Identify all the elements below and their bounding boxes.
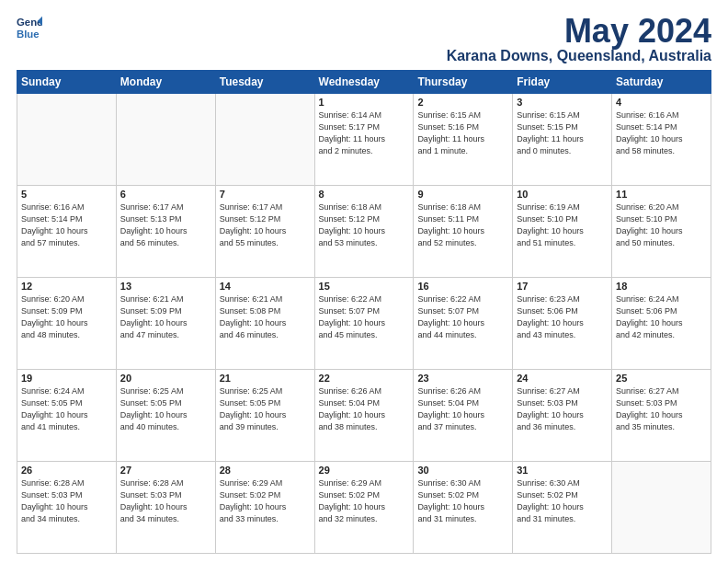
day-number: 6 xyxy=(120,189,211,200)
day-number: 17 xyxy=(517,281,608,292)
day-info: Sunrise: 6:25 AM Sunset: 5:05 PM Dayligh… xyxy=(120,385,211,433)
table-row: 7Sunrise: 6:17 AM Sunset: 5:12 PM Daylig… xyxy=(215,186,314,278)
day-number: 19 xyxy=(21,373,112,384)
day-info: Sunrise: 6:26 AM Sunset: 5:04 PM Dayligh… xyxy=(417,385,508,433)
day-info: Sunrise: 6:16 AM Sunset: 5:14 PM Dayligh… xyxy=(21,201,112,249)
table-row: 23Sunrise: 6:26 AM Sunset: 5:04 PM Dayli… xyxy=(414,370,513,462)
day-info: Sunrise: 6:20 AM Sunset: 5:10 PM Dayligh… xyxy=(616,201,707,249)
day-info: Sunrise: 6:24 AM Sunset: 5:05 PM Dayligh… xyxy=(21,385,112,433)
day-info: Sunrise: 6:29 AM Sunset: 5:02 PM Dayligh… xyxy=(220,477,311,525)
table-row: 30Sunrise: 6:30 AM Sunset: 5:02 PM Dayli… xyxy=(414,462,513,554)
table-row: 5Sunrise: 6:16 AM Sunset: 5:14 PM Daylig… xyxy=(17,186,117,278)
day-number: 12 xyxy=(21,281,112,292)
day-number: 28 xyxy=(220,465,311,476)
title-block: May 2024 Karana Downs, Queensland, Austr… xyxy=(447,15,711,64)
logo: General Blue xyxy=(17,15,42,40)
table-row: 13Sunrise: 6:21 AM Sunset: 5:09 PM Dayli… xyxy=(116,278,215,370)
day-info: Sunrise: 6:19 AM Sunset: 5:10 PM Dayligh… xyxy=(517,201,608,249)
day-number: 7 xyxy=(220,189,311,200)
col-thursday: Thursday xyxy=(414,71,513,94)
day-number: 11 xyxy=(616,189,707,200)
table-row xyxy=(215,94,314,186)
table-row: 4Sunrise: 6:16 AM Sunset: 5:14 PM Daylig… xyxy=(612,94,711,186)
day-number: 4 xyxy=(616,97,707,108)
day-info: Sunrise: 6:22 AM Sunset: 5:07 PM Dayligh… xyxy=(319,293,410,341)
day-info: Sunrise: 6:30 AM Sunset: 5:02 PM Dayligh… xyxy=(417,477,508,525)
table-row: 14Sunrise: 6:21 AM Sunset: 5:08 PM Dayli… xyxy=(215,278,314,370)
day-number: 27 xyxy=(120,465,211,476)
day-info: Sunrise: 6:21 AM Sunset: 5:08 PM Dayligh… xyxy=(220,293,311,341)
day-info: Sunrise: 6:16 AM Sunset: 5:14 PM Dayligh… xyxy=(616,109,707,157)
table-row xyxy=(612,462,711,554)
calendar-header-row: Sunday Monday Tuesday Wednesday Thursday… xyxy=(17,71,711,94)
day-number: 9 xyxy=(417,189,508,200)
day-number: 24 xyxy=(517,373,608,384)
day-info: Sunrise: 6:15 AM Sunset: 5:15 PM Dayligh… xyxy=(517,109,608,157)
day-info: Sunrise: 6:24 AM Sunset: 5:06 PM Dayligh… xyxy=(616,293,707,341)
table-row: 1Sunrise: 6:14 AM Sunset: 5:17 PM Daylig… xyxy=(314,94,414,186)
table-row: 21Sunrise: 6:25 AM Sunset: 5:05 PM Dayli… xyxy=(215,370,314,462)
day-number: 3 xyxy=(517,97,608,108)
table-row: 6Sunrise: 6:17 AM Sunset: 5:13 PM Daylig… xyxy=(116,186,215,278)
day-number: 15 xyxy=(319,281,410,292)
day-info: Sunrise: 6:28 AM Sunset: 5:03 PM Dayligh… xyxy=(21,477,112,525)
day-number: 10 xyxy=(517,189,608,200)
col-tuesday: Tuesday xyxy=(215,71,314,94)
day-number: 8 xyxy=(319,189,410,200)
day-info: Sunrise: 6:27 AM Sunset: 5:03 PM Dayligh… xyxy=(517,385,608,433)
day-number: 23 xyxy=(417,373,508,384)
table-row: 9Sunrise: 6:18 AM Sunset: 5:11 PM Daylig… xyxy=(414,186,513,278)
logo-icon: General Blue xyxy=(17,15,42,40)
table-row: 11Sunrise: 6:20 AM Sunset: 5:10 PM Dayli… xyxy=(612,186,711,278)
col-sunday: Sunday xyxy=(17,71,117,94)
day-info: Sunrise: 6:27 AM Sunset: 5:03 PM Dayligh… xyxy=(616,385,707,433)
day-info: Sunrise: 6:18 AM Sunset: 5:11 PM Dayligh… xyxy=(417,201,508,249)
day-number: 25 xyxy=(616,373,707,384)
month-title: May 2024 xyxy=(447,15,711,48)
day-info: Sunrise: 6:30 AM Sunset: 5:02 PM Dayligh… xyxy=(517,477,608,525)
day-number: 29 xyxy=(319,465,410,476)
day-info: Sunrise: 6:17 AM Sunset: 5:13 PM Dayligh… xyxy=(120,201,211,249)
table-row: 29Sunrise: 6:29 AM Sunset: 5:02 PM Dayli… xyxy=(314,462,414,554)
table-row: 8Sunrise: 6:18 AM Sunset: 5:12 PM Daylig… xyxy=(314,186,414,278)
day-info: Sunrise: 6:25 AM Sunset: 5:05 PM Dayligh… xyxy=(220,385,311,433)
day-info: Sunrise: 6:17 AM Sunset: 5:12 PM Dayligh… xyxy=(220,201,311,249)
location-title: Karana Downs, Queensland, Australia xyxy=(447,48,711,64)
table-row: 2Sunrise: 6:15 AM Sunset: 5:16 PM Daylig… xyxy=(414,94,513,186)
table-row: 31Sunrise: 6:30 AM Sunset: 5:02 PM Dayli… xyxy=(513,462,612,554)
table-row: 17Sunrise: 6:23 AM Sunset: 5:06 PM Dayli… xyxy=(513,278,612,370)
col-wednesday: Wednesday xyxy=(314,71,414,94)
calendar-week-row: 26Sunrise: 6:28 AM Sunset: 5:03 PM Dayli… xyxy=(17,462,711,554)
day-info: Sunrise: 6:29 AM Sunset: 5:02 PM Dayligh… xyxy=(319,477,410,525)
day-info: Sunrise: 6:18 AM Sunset: 5:12 PM Dayligh… xyxy=(319,201,410,249)
table-row: 25Sunrise: 6:27 AM Sunset: 5:03 PM Dayli… xyxy=(612,370,711,462)
table-row xyxy=(17,94,117,186)
day-number: 18 xyxy=(616,281,707,292)
col-saturday: Saturday xyxy=(612,71,711,94)
header: General Blue May 2024 Karana Downs, Quee… xyxy=(17,15,711,64)
day-number: 5 xyxy=(21,189,112,200)
table-row: 10Sunrise: 6:19 AM Sunset: 5:10 PM Dayli… xyxy=(513,186,612,278)
day-number: 1 xyxy=(319,97,410,108)
table-row: 12Sunrise: 6:20 AM Sunset: 5:09 PM Dayli… xyxy=(17,278,117,370)
day-info: Sunrise: 6:21 AM Sunset: 5:09 PM Dayligh… xyxy=(120,293,211,341)
table-row: 22Sunrise: 6:26 AM Sunset: 5:04 PM Dayli… xyxy=(314,370,414,462)
col-monday: Monday xyxy=(116,71,215,94)
day-number: 22 xyxy=(319,373,410,384)
day-number: 30 xyxy=(417,465,508,476)
table-row: 19Sunrise: 6:24 AM Sunset: 5:05 PM Dayli… xyxy=(17,370,117,462)
day-number: 21 xyxy=(220,373,311,384)
table-row: 28Sunrise: 6:29 AM Sunset: 5:02 PM Dayli… xyxy=(215,462,314,554)
day-info: Sunrise: 6:15 AM Sunset: 5:16 PM Dayligh… xyxy=(417,109,508,157)
table-row: 20Sunrise: 6:25 AM Sunset: 5:05 PM Dayli… xyxy=(116,370,215,462)
page: General Blue May 2024 Karana Downs, Quee… xyxy=(0,0,728,563)
table-row: 3Sunrise: 6:15 AM Sunset: 5:15 PM Daylig… xyxy=(513,94,612,186)
calendar-week-row: 1Sunrise: 6:14 AM Sunset: 5:17 PM Daylig… xyxy=(17,94,711,186)
day-number: 13 xyxy=(120,281,211,292)
svg-text:Blue: Blue xyxy=(17,29,40,40)
day-number: 14 xyxy=(220,281,311,292)
table-row: 26Sunrise: 6:28 AM Sunset: 5:03 PM Dayli… xyxy=(17,462,117,554)
col-friday: Friday xyxy=(513,71,612,94)
calendar-week-row: 5Sunrise: 6:16 AM Sunset: 5:14 PM Daylig… xyxy=(17,186,711,278)
day-info: Sunrise: 6:26 AM Sunset: 5:04 PM Dayligh… xyxy=(319,385,410,433)
